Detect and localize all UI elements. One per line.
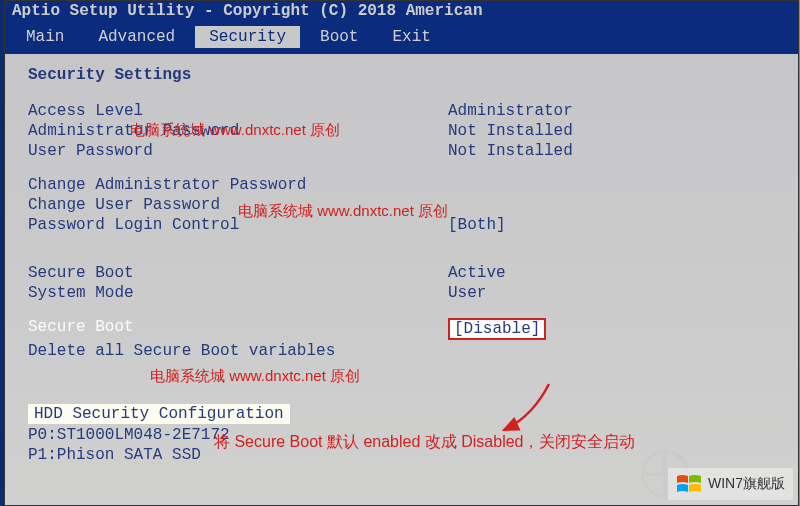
nav-main[interactable]: Main xyxy=(12,26,78,48)
hdd-drive-0-label[interactable]: P0:ST1000LM048-2E7172 xyxy=(28,426,230,444)
value-access-level: Administrator xyxy=(448,102,573,120)
value-login-control[interactable]: [Both] xyxy=(448,216,506,234)
value-user-password: Not Installed xyxy=(448,142,573,160)
label-login-control: Password Login Control xyxy=(28,216,448,234)
annotation-text: 将 Secure Boot 默认 enabled 改成 Disabled，关闭安… xyxy=(214,432,635,453)
value-system-mode: User xyxy=(448,284,486,302)
nav-security[interactable]: Security xyxy=(195,26,300,48)
title-bar: Aptio Setup Utility - Copyright (C) 2018… xyxy=(4,0,799,22)
windows-logo-icon xyxy=(676,472,702,496)
row-admin-password: Administrator Password Not Installed xyxy=(28,122,775,140)
row-user-password: User Password Not Installed xyxy=(28,142,775,160)
value-secure-boot-status: Active xyxy=(448,264,506,282)
link-delete-secure-boot-vars[interactable]: Delete all Secure Boot variables xyxy=(28,342,448,360)
value-admin-password: Not Installed xyxy=(448,122,573,140)
link-change-user-password[interactable]: Change User Password xyxy=(28,196,448,214)
section-header: Security Settings xyxy=(28,66,775,84)
row-delete-secure-boot-vars[interactable]: Delete all Secure Boot variables xyxy=(28,342,775,360)
nav-advanced[interactable]: Advanced xyxy=(84,26,189,48)
label-user-password: User Password xyxy=(28,142,448,160)
label-access-level: Access Level xyxy=(28,102,448,120)
label-secure-boot-toggle: Secure Boot xyxy=(28,318,448,340)
row-secure-boot-status: Secure Boot Active xyxy=(28,264,775,282)
nav-exit[interactable]: Exit xyxy=(378,26,444,48)
hdd-drive-1-label[interactable]: P1:Phison SATA SSD xyxy=(28,446,201,464)
row-login-control[interactable]: Password Login Control [Both] xyxy=(28,216,775,234)
content-panel: Security Settings Access Level Administr… xyxy=(4,54,799,478)
row-access-level: Access Level Administrator xyxy=(28,102,775,120)
win7-badge: WIN7旗舰版 xyxy=(668,468,793,500)
title-text: Aptio Setup Utility - Copyright (C) 2018… xyxy=(12,2,482,20)
nav-bar: Main Advanced Security Boot Exit xyxy=(4,22,799,54)
hdd-header: HDD Security Configuration xyxy=(28,404,290,424)
row-change-admin-password[interactable]: Change Administrator Password xyxy=(28,176,775,194)
row-secure-boot-toggle[interactable]: Secure Boot [Disable] xyxy=(28,318,775,340)
label-system-mode: System Mode xyxy=(28,284,448,302)
label-admin-password: Administrator Password xyxy=(28,122,448,140)
link-change-admin-password[interactable]: Change Administrator Password xyxy=(28,176,448,194)
win7-badge-text: WIN7旗舰版 xyxy=(708,475,785,493)
row-system-mode: System Mode User xyxy=(28,284,775,302)
row-change-user-password[interactable]: Change User Password xyxy=(28,196,775,214)
nav-boot[interactable]: Boot xyxy=(306,26,372,48)
value-secure-boot-toggle[interactable]: [Disable] xyxy=(448,318,546,340)
label-secure-boot-status: Secure Boot xyxy=(28,264,448,282)
bios-screen: Aptio Setup Utility - Copyright (C) 2018… xyxy=(0,0,800,506)
